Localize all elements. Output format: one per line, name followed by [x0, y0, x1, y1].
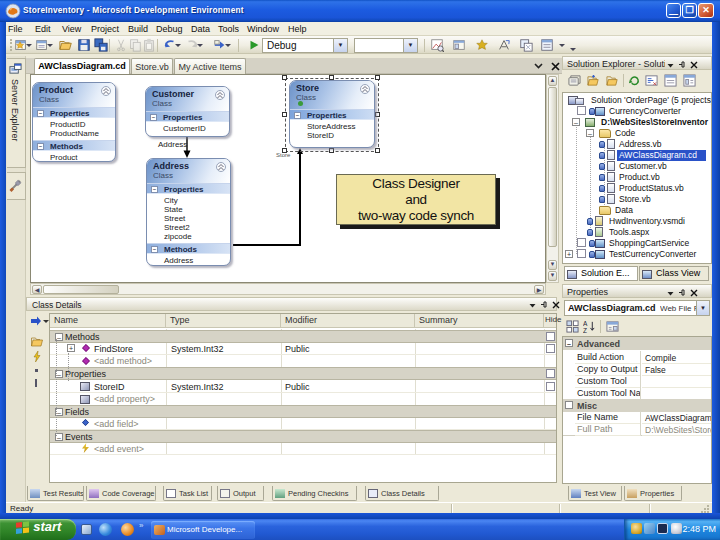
- svg-text:Z: Z: [583, 327, 587, 333]
